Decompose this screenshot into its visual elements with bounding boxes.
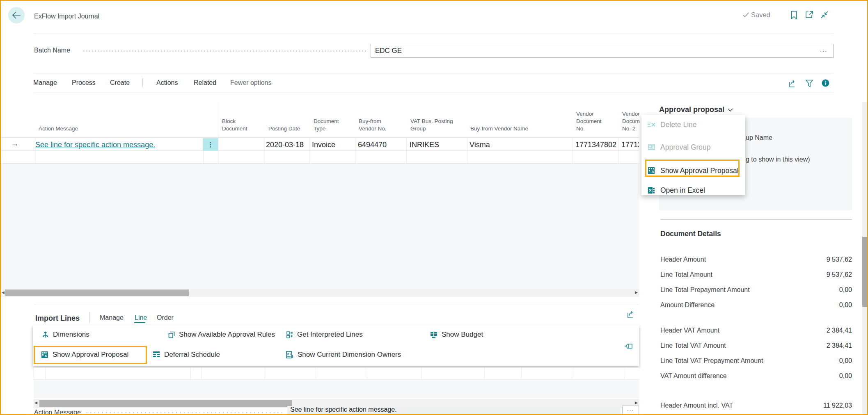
tab-line-underline xyxy=(134,322,145,323)
menu-dimensions[interactable]: Dimensions xyxy=(42,331,89,339)
show-approval-proposal-highlight xyxy=(34,346,147,364)
batch-assist-button[interactable]: ... xyxy=(820,46,828,53)
document-details-row: Header VAT Amount2 384,41 xyxy=(660,327,852,334)
document-details-value[interactable]: 11 922,03 xyxy=(823,402,852,409)
menu-actions[interactable]: Actions xyxy=(156,79,178,87)
cell-vendor-no[interactable]: 6494470 xyxy=(358,141,387,149)
scroll-left-icon[interactable]: ◀ xyxy=(2,290,5,294)
import-lines-hscrollbar-thumb[interactable] xyxy=(39,400,292,407)
col-block-document[interactable]: Block Document xyxy=(222,118,255,132)
back-button[interactable] xyxy=(8,7,25,23)
check-icon xyxy=(743,12,749,18)
menu-show-current-dimension-owners[interactable]: Show Current Dimension Owners xyxy=(286,351,401,359)
menu-show-budget[interactable]: Show Budget xyxy=(430,331,483,339)
cell-vat-group[interactable]: INRIKES xyxy=(410,141,439,149)
factbox-partial-field2: g to show in this view) xyxy=(746,156,810,163)
line-menu-panel: Dimensions Show Available Approval Rules… xyxy=(33,325,639,366)
document-details-value[interactable]: 2 384,41 xyxy=(827,327,852,334)
document-details-value[interactable]: 0,00 xyxy=(839,286,852,294)
col-action-message[interactable]: Action Message xyxy=(39,125,78,132)
document-details-row: Header Amount9 537,62 xyxy=(660,256,852,263)
menu-approval-group[interactable]: Approval Group xyxy=(641,137,745,157)
cell-vendor-name[interactable]: Visma xyxy=(469,141,490,149)
share-icon[interactable] xyxy=(789,80,797,88)
col-document-type[interactable]: Document Type xyxy=(314,118,346,132)
document-details-value[interactable]: 0,00 xyxy=(839,301,852,309)
table-row-empty[interactable] xyxy=(0,150,639,164)
cell-document-type[interactable]: Invoice xyxy=(312,141,335,149)
tab-line[interactable]: Line xyxy=(135,314,147,322)
vertical-scrollbar-thumb[interactable] xyxy=(862,237,867,307)
open-window-icon[interactable] xyxy=(805,11,813,19)
document-details-value[interactable]: 9 537,62 xyxy=(827,271,852,278)
save-status: Saved xyxy=(743,11,770,19)
batch-name-input[interactable]: EDC GE xyxy=(371,44,834,58)
menu-process[interactable]: Process xyxy=(72,79,96,87)
scroll-right-icon[interactable]: ▶ xyxy=(635,290,638,294)
document-details-value[interactable]: 2 384,41 xyxy=(827,342,852,349)
bottom-action-message-label: Action Message xyxy=(34,409,81,415)
grid-empty-area xyxy=(1,164,639,289)
scroll-right-icon[interactable]: ▶ xyxy=(635,401,638,405)
document-details-value[interactable]: 0,00 xyxy=(839,357,852,365)
tab-manage[interactable]: Manage xyxy=(100,314,124,322)
cell-posting-date[interactable]: 2020-03-18 xyxy=(266,141,304,149)
col-posting-date[interactable]: Posting Date xyxy=(268,125,300,132)
menu-get-interpreted-lines[interactable]: Get Interpreted Lines xyxy=(286,331,363,339)
delete-line-icon xyxy=(647,121,656,128)
menu-manage[interactable]: Manage xyxy=(33,79,57,87)
grid-hscrollbar-thumb[interactable] xyxy=(5,290,189,296)
col-buy-from-vendor-no[interactable]: Buy-from Vendor No. xyxy=(359,118,396,132)
scroll-left-icon[interactable]: ◀ xyxy=(34,401,37,405)
dotted-leader xyxy=(82,50,366,52)
vertical-scrollbar[interactable] xyxy=(862,102,867,414)
document-details-row: VAT Amount difference0,00 xyxy=(660,372,852,380)
col-buy-from-vendor-name[interactable]: Buy-from Vendor Name xyxy=(470,125,528,132)
menu-delete-line[interactable]: Delete Line xyxy=(641,115,745,135)
menu-create[interactable]: Create xyxy=(110,79,130,87)
bookmark-icon[interactable] xyxy=(791,11,797,20)
menu-fewer-options[interactable]: Fewer options xyxy=(230,79,272,87)
action-message-link[interactable]: See line for specific action message. xyxy=(35,141,155,149)
grid-hscrollbar[interactable]: ◀ ▶ xyxy=(1,289,639,297)
menu-open-in-excel[interactable]: Open in Excel xyxy=(641,180,745,200)
table-row[interactable]: → See line for specific action message. … xyxy=(0,137,639,150)
info-icon[interactable] xyxy=(822,79,829,87)
owners-icon xyxy=(286,351,293,358)
excel-icon xyxy=(647,187,656,194)
current-row-arrow: → xyxy=(11,139,18,148)
import-lines-empty-area xyxy=(34,380,639,398)
factbox-partial-field1: up Name xyxy=(746,134,772,141)
document-details-row: Line Total VAT Prepayment Amount0,00 xyxy=(660,357,852,365)
menu-show-available-approval-rules[interactable]: Show Available Approval Rules xyxy=(168,331,275,339)
document-details-value[interactable]: 9 537,62 xyxy=(827,256,852,263)
filter-icon[interactable] xyxy=(806,80,813,87)
tab-order[interactable]: Order xyxy=(157,314,174,322)
bottom-assist-button[interactable]: ... xyxy=(622,406,639,415)
batch-name-label: Batch Name xyxy=(34,47,70,54)
bottom-action-message-value[interactable]: See line for specific action message. xyxy=(287,406,621,415)
factbox-title[interactable]: Approval proposal xyxy=(659,105,733,114)
approval-proposal-menu: Delete Line Approval Group Show Approval… xyxy=(641,115,745,195)
document-details-value[interactable]: 0,00 xyxy=(839,372,852,380)
row-options-dots[interactable]: ⋮ xyxy=(203,138,218,150)
app-window: ExFlow Import Journal Saved Batch Name E… xyxy=(0,0,868,415)
interpreted-icon xyxy=(286,331,293,338)
deferral-icon xyxy=(153,351,160,358)
collapse-icon[interactable] xyxy=(820,11,829,19)
divider xyxy=(34,305,639,305)
cell-vendor-doc-no[interactable]: 1771347802 xyxy=(575,141,616,149)
menu-related[interactable]: Related xyxy=(194,79,216,87)
col-vendor-document-no[interactable]: Vendor Document No. xyxy=(576,110,609,132)
cell-vendor-doc-no2[interactable]: 17713- xyxy=(621,141,639,149)
menu-deferral-schedule[interactable]: Deferral Schedule xyxy=(153,351,220,359)
document-details-row: Line Total VAT Amount2 384,41 xyxy=(660,342,852,349)
pin-icon[interactable] xyxy=(624,342,633,350)
divider xyxy=(34,34,834,34)
document-details-row: Line Total Amount9 537,62 xyxy=(660,271,852,278)
col-vat-bus-posting-group[interactable]: VAT Bus. Posting Group xyxy=(410,118,460,132)
divider xyxy=(142,78,143,87)
dotted-leader xyxy=(85,412,283,413)
import-lines-share-icon[interactable] xyxy=(627,310,635,319)
chevron-down-icon xyxy=(728,108,733,112)
